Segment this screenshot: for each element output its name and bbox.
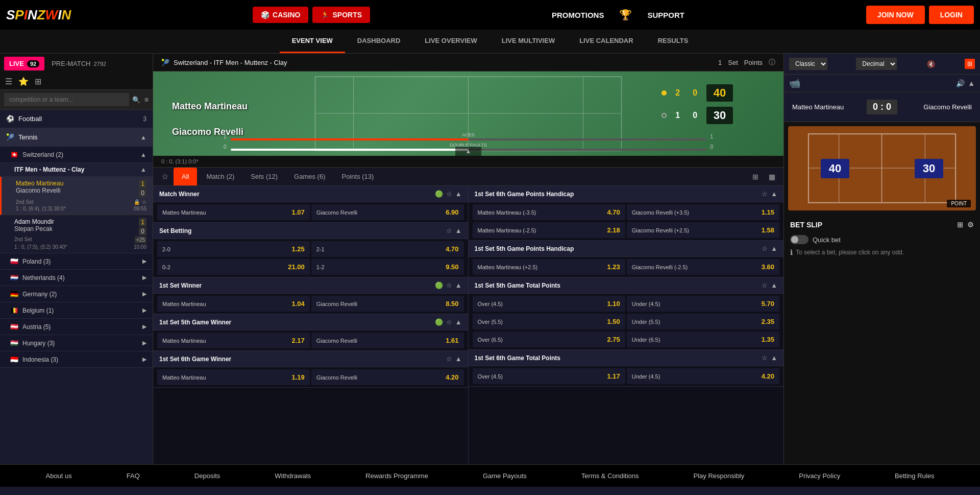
panel-sound-icon[interactable]: 🔇 [926,59,936,69]
info-market-icon[interactable]: 🟢 [435,190,443,198]
promotions-link[interactable]: PROMOTIONS [552,11,604,19]
odds-cell-5ph-25p[interactable]: Matteo Martineau (+2.5) 1.23 [473,259,625,275]
switzerland-flag: 🇨🇭 [10,151,18,158]
live-tab[interactable]: LIVE 92 [4,57,44,70]
odds-cell-1sw-p2[interactable]: Giacomo Revelli 8.50 [311,296,464,312]
odds-cell-1s6gw-p1[interactable]: Matteo Martineau 1.19 [157,369,310,385]
odds-cell-5tp-o65[interactable]: Over (6.5) 2.75 [473,332,625,347]
odds-cell-mm-p2[interactable]: Giacomo Revelli 6.90 [311,204,464,220]
odds-cell-5ph-25m[interactable]: Giacomo Revelli (-2.5) 3.60 [627,259,779,275]
prematch-tab[interactable]: PRE-MATCH 2792 [46,57,111,70]
hungary-item[interactable]: 🇭🇺 Hungary (3) ▶ [0,335,153,351]
tab-live-multiview[interactable]: LIVE MULTIVIEW [489,30,567,53]
tab-event-view[interactable]: EVENT VIEW [280,30,345,53]
footer-play-responsibly[interactable]: Play Responsibly [694,472,745,480]
market-tab-games[interactable]: Games (6) [286,168,333,185]
collapse-set-icon[interactable]: ▲ [455,227,462,234]
footer-rewards[interactable]: Rewards Programme [365,472,428,480]
list-view-icon[interactable]: ⊞ [748,169,763,185]
menu-icon[interactable]: ☰ [5,77,12,86]
tab-results[interactable]: RESULTS [646,30,701,53]
odds-cell-1s6gw-p2[interactable]: Giacomo Revelli 4.20 [311,369,464,385]
odds-cell-ph-35m[interactable]: Matteo Martineau (-3.5) 4.70 [473,204,625,220]
odds-cell-sb-12[interactable]: 1-2 9.50 [311,259,464,275]
odds-cell-6tp-u45[interactable]: Under (4.5) 4.20 [627,368,779,384]
indonesia-item[interactable]: 🇮🇩 Indonesia (3) ▶ [0,351,153,368]
match2-p2: Stepan Pecak [14,225,54,232]
austria-item[interactable]: 🇦🇹 Austria (5) ▶ [0,319,153,335]
grid-view-icon[interactable]: ▦ [765,169,779,185]
bet-slip-list-icon[interactable]: ⊞ [957,221,963,229]
netherlands-arrow: ▶ [142,274,146,281]
footer-betting-rules[interactable]: Betting Rules [895,472,934,480]
support-link[interactable]: SUPPORT [647,11,684,19]
odds-cell-6tp-o45[interactable]: Over (4.5) 1.17 [473,368,625,384]
casino-button[interactable]: 🎲 CASINO [253,7,308,23]
market-tab-all[interactable]: All [174,168,197,185]
collapse-panel-icon[interactable]: ▲ [968,79,975,87]
video-icon[interactable]: 📹 [789,78,800,89]
poland-name: Poland (3) [22,258,51,265]
odds-cell-sb-02[interactable]: 0-2 21.00 [157,259,310,275]
match-sport-icon: 🎾 [161,59,169,66]
info-icon[interactable]: ⓘ [769,58,775,67]
footer-faq[interactable]: FAQ [127,472,140,480]
belgium-item[interactable]: 🇧🇪 Belgium (1) ▶ [0,302,153,319]
footer-deposits[interactable]: Deposits [194,472,220,480]
tab-dashboard[interactable]: DASHBOARD [345,30,413,53]
odds-cell-5tp-u45[interactable]: Under (4.5) 5.70 [627,296,779,312]
belgium-name: Belgium (1) [22,307,54,314]
odds-cell-1s5gw-p1[interactable]: Matteo Martineau 2.17 [157,333,310,348]
filter-icon[interactable]: ≡ [144,96,149,104]
footer-withdrawals[interactable]: Withdrawals [275,472,311,480]
collapse-market-icon[interactable]: ▲ [455,190,462,198]
odds-cell-5tp-o45[interactable]: Over (4.5) 1.10 [473,296,625,312]
tab-live-calendar[interactable]: LIVE CALENDAR [567,30,645,53]
market-tab-match[interactable]: Match (2) [198,168,242,185]
footer-terms[interactable]: Terms & Conditions [581,472,639,480]
market-tab-sets[interactable]: Sets (12) [242,168,286,185]
sidebar-item-football[interactable]: ⚽ Football 3 [0,110,153,128]
sidebar-item-tennis[interactable]: 🎾 Tennis ▲ [0,128,153,147]
star-market-icon[interactable]: ☆ [157,168,173,185]
star-icon[interactable]: ⭐ [18,77,29,86]
join-now-button[interactable]: JOIN NOW [866,6,925,24]
sports-button[interactable]: 🏃 SPORTS [312,7,370,23]
star-set-icon[interactable]: ☆ [446,227,452,234]
expand-button[interactable]: ⊞ [965,59,975,69]
sound-panel-icon[interactable]: 🔊 [956,79,965,87]
search-icon[interactable]: 🔍 [132,96,140,104]
odds-cell-ph-25p[interactable]: Giacomo Revelli (+2.5) 1.58 [627,222,779,238]
odds-cell-ph-35p[interactable]: Giacomo Revelli (+3.5) 1.15 [627,204,779,220]
search-input[interactable] [4,93,129,106]
odds-cell-1s5gw-p2[interactable]: Giacomo Revelli 1.61 [311,333,464,348]
star-market-m-icon[interactable]: ☆ [446,190,452,198]
market-tab-points[interactable]: Points (13) [334,168,382,185]
match-item-1[interactable]: Matteo Martineau Giacomo Revelli 1 0 2nd… [0,177,153,215]
quick-bet-toggle[interactable] [790,235,808,244]
view-type-select[interactable]: Classic [789,58,827,70]
netherlands-item[interactable]: 🇳🇱 Netherlands (4) ▶ [0,270,153,286]
odds-cell-5tp-u55[interactable]: Under (5.5) 2.35 [627,314,779,329]
odds-cell-mm-p1[interactable]: Matteo Martineau 1.07 [157,204,310,220]
footer-game-payouts[interactable]: Game Payouts [483,472,527,480]
p1-df-val: 0 [216,144,227,150]
odds-format-select[interactable]: Decimal [856,58,897,70]
odds-cell-5tp-o55[interactable]: Over (5.5) 1.50 [473,314,625,329]
germany-item[interactable]: 🇩🇪 Germany (2) ▶ [0,286,153,302]
odds-cell-5tp-u65[interactable]: Under (6.5) 1.35 [627,332,779,347]
odds-cell-1sw-p1[interactable]: Matteo Martineau 1.04 [157,296,310,312]
footer-privacy[interactable]: Privacy Policy [799,472,840,480]
odds-cell-sb-21[interactable]: 2-1 4.70 [311,241,464,257]
poland-item[interactable]: 🇵🇱 Poland (3) ▶ [0,253,153,270]
switzerland-country[interactable]: 🇨🇭 Switzerland (2) ▲ [0,147,153,163]
match-item-2[interactable]: Adam Moundir Stepan Pecak 1 0 2nd Set +2… [0,215,153,253]
collapse-icon[interactable]: ▲ [455,147,482,156]
bet-slip-settings-icon[interactable]: ⚙ [967,221,974,229]
odds-cell-sb-20[interactable]: 2-0 1.25 [157,241,310,257]
odds-cell-ph-25m[interactable]: Matteo Martineau (-2.5) 2.18 [473,222,625,238]
grid-icon[interactable]: ⊞ [35,77,41,86]
footer-about[interactable]: About us [45,472,71,480]
tab-live-overview[interactable]: LIVE OVERVIEW [412,30,489,53]
login-button[interactable]: LOGIN [929,6,974,24]
